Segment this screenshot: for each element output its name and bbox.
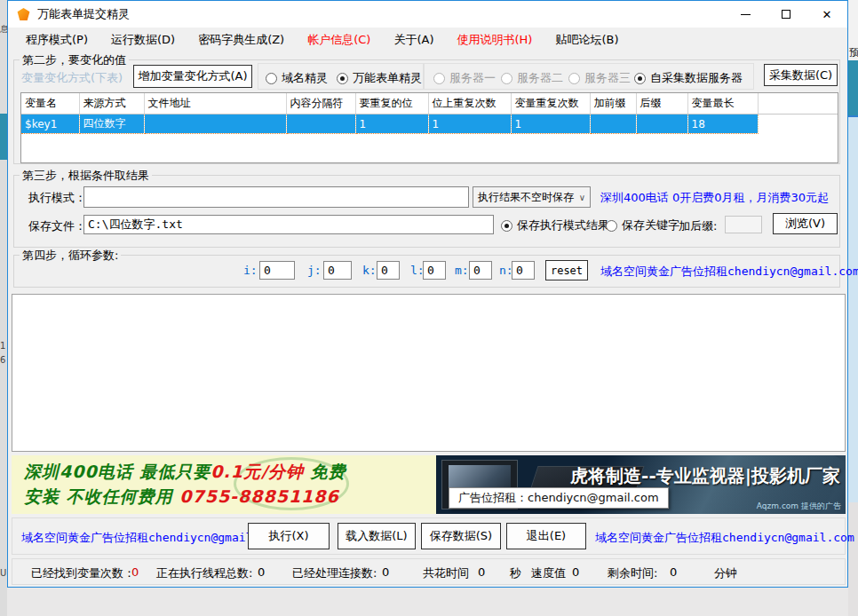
ad-domain-rent[interactable]: 域名空间黄金广告位招租chendiycn@gmail.com — [600, 264, 858, 280]
radio-save-keyword[interactable]: 保存关键字 — [606, 217, 679, 233]
col-header[interactable]: 后缀 — [636, 93, 687, 115]
banner-ad-left[interactable]: 深圳400电话 最低只要0.1元/分钟 免费 安装 不收任何费用 0755-88… — [12, 455, 436, 514]
save-file-label: 保存文件： — [28, 218, 86, 234]
menu-item-about[interactable]: 关于(A) — [393, 32, 433, 48]
step3-group-label: 第三步，根据条件取结果 — [20, 168, 152, 184]
col-header[interactable]: 来源方式 — [79, 93, 144, 115]
status-time-label: 共花时间 — [423, 565, 469, 581]
menu-item-password-dict[interactable]: 密码字典生成(Z) — [198, 32, 284, 48]
col-header[interactable]: 加前缀 — [590, 93, 636, 115]
reset-button[interactable]: reset — [545, 260, 588, 280]
ad-domain-rent-left[interactable]: 域名空间黄金广告位招租chendiycn@gmail.com — [21, 530, 281, 546]
title-bar: 万能表单提交精灵 ✕ — [8, 1, 847, 28]
close-button[interactable]: ✕ — [806, 1, 847, 28]
radio-self-collect-server[interactable]: 自采集数据服务器 — [634, 70, 743, 86]
menu-item-run-data[interactable]: 运行数据(D) — [111, 32, 175, 48]
execute-button[interactable]: 执行(X) — [248, 523, 330, 549]
save-data-button[interactable]: 保存数据(S) — [421, 523, 501, 549]
ad-domain-rent-right[interactable]: 域名空间黄金广告位招租chendiycn@gmail.com — [595, 530, 854, 546]
radio-server-2[interactable]: 服务器二 — [501, 70, 563, 86]
cell-max-length: 18 — [687, 115, 758, 134]
output-box[interactable] — [12, 294, 846, 452]
cell-separator — [286, 115, 355, 134]
minimize-button[interactable] — [725, 1, 766, 28]
variables-table: 变量名 来源方式 文件地址 内容分隔符 要重复的位 位上重复次数 变量重复次数 … — [20, 92, 838, 163]
exec-mode-label: 执行模式： — [28, 190, 86, 206]
background-window-right: 预 — [848, 0, 858, 616]
maximize-button[interactable] — [766, 1, 806, 28]
radio-label: 保存关键字 — [622, 217, 679, 233]
exec-mode-input[interactable] — [83, 186, 469, 208]
cell-suffix — [636, 115, 687, 134]
dropdown-value: 执行结果不空时保存 — [478, 190, 574, 205]
param-j-input[interactable] — [323, 261, 352, 280]
status-threads-label: 正在执行线程总数: — [156, 565, 252, 581]
mode-radio-panel: 域名精灵 万能表单精灵 — [258, 63, 424, 90]
col-header[interactable]: 位上重复次数 — [428, 93, 511, 115]
add-variable-button[interactable]: 增加变量变化方式(A) — [133, 65, 252, 88]
param-i-input[interactable] — [259, 261, 295, 280]
col-header[interactable]: 变量名 — [21, 93, 79, 115]
param-i-label: i: — [243, 264, 258, 277]
table-row[interactable]: $key1 四位数字 1 1 1 18 — [21, 115, 838, 134]
variable-mode-hint: 变量变化方式(下表) — [21, 70, 123, 86]
menu-item-manual[interactable]: 使用说明书(H) — [457, 32, 532, 48]
bg-pane — [848, 115, 858, 502]
status-connections-label: 已经处理连接数: — [292, 565, 377, 581]
radio-label: 服务器二 — [517, 70, 563, 86]
menu-item-program-mode[interactable]: 程序模式(P) — [26, 32, 88, 48]
param-k-input[interactable] — [377, 261, 400, 280]
radio-icon — [433, 73, 445, 84]
cell-digit-repeat-count: 1 — [428, 115, 511, 134]
status-speed-value: 0 — [572, 565, 579, 579]
cell-variable-repeat-count: 1 — [511, 115, 590, 134]
status-speed-label: 速度值 — [531, 565, 566, 581]
save-file-input[interactable] — [83, 215, 494, 234]
ad-text: 域名空间黄金广告位招租 — [600, 265, 727, 278]
radio-save-exec-result[interactable]: 保存执行模式结果 — [501, 217, 609, 233]
radio-server-3[interactable]: 服务器三 — [568, 70, 631, 86]
col-header[interactable]: 变量重复次数 — [511, 93, 590, 115]
param-k-label: k: — [362, 264, 377, 277]
param-n-input[interactable] — [512, 261, 535, 280]
exit-button[interactable]: 退出(E) — [506, 523, 586, 549]
menu-item-account-info[interactable]: 帐户信息(C) — [307, 32, 370, 48]
ad-link-400[interactable]: 深圳400电话 0开启费0月租，月消费30元起 — [600, 190, 829, 206]
menu-item-forum[interactable]: 贴吧论坛(B) — [555, 32, 618, 48]
banner-left-line1: 深圳400电话 最低只要0.1元/分钟 免费 — [24, 461, 346, 484]
col-header[interactable]: 变量最长 — [687, 93, 758, 115]
bg-pane — [848, 502, 858, 616]
param-m-label: m: — [455, 264, 469, 277]
col-header[interactable]: 内容分隔符 — [286, 93, 355, 115]
radio-domain-wizard[interactable]: 域名精灵 — [266, 70, 328, 86]
ad-text: 域名空间黄金广告位招租 — [595, 531, 722, 544]
suffix-input[interactable] — [725, 216, 762, 233]
bg-teal-block — [0, 114, 7, 160]
col-header[interactable]: 文件地址 — [144, 93, 286, 115]
load-data-button[interactable]: 载入数据(L) — [338, 523, 416, 549]
ad-email: chendiycn@gmail.com — [722, 531, 854, 544]
status-bar: 已经找到变量次数： 0 正在执行线程总数: 0 已经处理连接数: 0 共花时间 … — [12, 558, 846, 585]
radio-universal-form-wizard[interactable]: 万能表单精灵 — [337, 70, 422, 86]
server-radio-panel: 服务器一 服务器二 服务器三 自采集数据服务器 — [424, 63, 754, 90]
radio-server-1[interactable]: 服务器一 — [433, 70, 496, 86]
cell-filler — [758, 115, 838, 134]
radio-icon — [337, 73, 348, 84]
browse-button[interactable]: 浏览(V) — [773, 213, 838, 234]
chevron-down-icon: ∨ — [576, 193, 585, 202]
collect-data-button[interactable]: 采集数据(C) — [764, 64, 838, 86]
param-l-input[interactable] — [423, 261, 446, 280]
action-row: 域名空间黄金广告位招租chendiycn@gmail.com 执行(X) 载入数… — [12, 517, 846, 555]
col-header[interactable]: 要重复的位 — [355, 93, 428, 115]
status-remain-unit: 分钟 — [714, 565, 737, 581]
status-time-value: 0 — [478, 565, 485, 579]
radio-icon — [266, 73, 277, 84]
param-m-input[interactable] — [469, 261, 492, 280]
banner-ad-right[interactable]: 虎将制造--专业监视器|投影机厂家 广告位招租：chendiycn@gmail.… — [436, 455, 846, 514]
step4-group-label: 第四步，循环参数: — [20, 248, 121, 264]
banner-right-headline: 虎将制造--专业监视器|投影机厂家 — [570, 464, 840, 488]
bg-teal-block — [848, 60, 858, 115]
cell-prefix — [590, 115, 636, 134]
radio-icon — [606, 220, 617, 232]
save-mode-dropdown[interactable]: 执行结果不空时保存 ∨ — [473, 186, 591, 208]
